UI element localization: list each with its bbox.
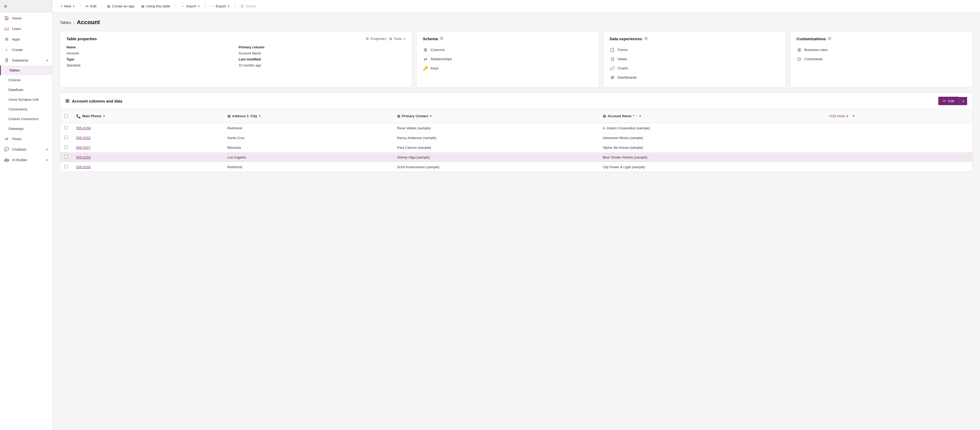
row-checkbox[interactable] — [64, 155, 68, 158]
checkbox-header — [60, 109, 72, 123]
primary-contact-header[interactable]: ⊞ Primary Contact ∨ — [393, 109, 598, 123]
columns-link[interactable]: ⊞ Columns — [423, 45, 592, 54]
views-icon: ⊡ — [609, 57, 615, 62]
schema-title: Schema — [423, 37, 438, 41]
phone-link[interactable]: 555-0154 — [76, 155, 91, 159]
phone-cell: 555-0158 — [72, 123, 223, 133]
phone-link[interactable]: 555-0152 — [76, 136, 91, 140]
plus-icon: + — [852, 113, 855, 119]
sidebar-item-dataflows[interactable]: Dataflows — [0, 85, 52, 95]
import-button[interactable]: ← Import ∨ — [178, 3, 202, 10]
account-cell: A. Datum Corporation (sample) — [598, 123, 824, 133]
primary-contact-col-header[interactable]: ⊞ Primary Contact ∨ — [397, 114, 594, 118]
sidebar-item-custom-connectors[interactable]: Custom Connectors — [0, 114, 52, 124]
export-button[interactable]: → Export ∨ — [208, 3, 232, 10]
edit-label: Edit — [91, 4, 96, 8]
more-columns-button[interactable]: +152 more ∨ — [829, 114, 849, 118]
required-star: * — [633, 114, 634, 118]
views-link[interactable]: ⊡ Views — [609, 54, 779, 64]
properties-grid: Name Primary column Account Account Name… — [67, 45, 406, 67]
sidebar-item-label: Choices — [8, 78, 21, 82]
data-exp-info-icon[interactable]: ⓘ — [644, 37, 648, 41]
keys-link[interactable]: 🔑 Keys — [423, 64, 592, 73]
charts-link[interactable]: 📈 Charts — [609, 64, 779, 73]
delete-button[interactable]: 🗑 Delete — [238, 3, 258, 10]
menu-button[interactable]: ≡ — [0, 0, 52, 13]
sort-icon: ∨ — [259, 114, 261, 118]
breadcrumb-tables-link[interactable]: Tables — [60, 20, 71, 25]
table-edit-button[interactable]: ✏ Edit — [938, 97, 959, 105]
sidebar-item-tables[interactable]: Tables — [0, 65, 52, 75]
row-checkbox[interactable] — [64, 165, 68, 168]
sidebar-item-chatbots[interactable]: 💬 Chatbots ∨ — [0, 144, 52, 154]
sort-asc-icon: ↑ — [636, 115, 638, 118]
main-phone-header[interactable]: 📞 Main Phone ∨ — [72, 109, 223, 123]
sidebar-item-choices[interactable]: Choices — [0, 75, 52, 85]
export-label: Export — [216, 4, 226, 8]
add-column-button[interactable]: + — [851, 112, 857, 120]
business-rules-link[interactable]: ⊞ Business rules — [797, 45, 966, 54]
sidebar-item-connections[interactable]: Connections — [0, 104, 52, 114]
dropdown-icon: ∨ — [404, 37, 406, 40]
city-cell: Redmond — [223, 162, 393, 172]
row-checkbox[interactable] — [64, 135, 68, 139]
extra-cell — [824, 162, 972, 172]
row-checkbox-cell — [60, 153, 72, 162]
edit-button[interactable]: ✏ Edit — [83, 3, 99, 10]
city-cell: Los Angeles — [223, 153, 393, 162]
row-checkbox[interactable] — [64, 126, 68, 129]
sidebar-item-learn[interactable]: 📖 Learn — [0, 23, 52, 34]
new-button[interactable]: + New ∨ — [58, 3, 78, 10]
create-app-button[interactable]: ⊞ Create an app — [105, 3, 137, 10]
phone-link[interactable]: 555-0158 — [76, 126, 91, 130]
data-section-header: ⊞ Account columns and data ✏ Edit ∨ — [60, 93, 972, 109]
account-name-header[interactable]: ⊞ Account Name * ↑ ∨ — [598, 109, 824, 123]
section-title-text: Account columns and data — [72, 99, 123, 103]
dataverse-icon: 🗄 — [4, 58, 9, 62]
sidebar-item-gateways[interactable]: Gateways — [0, 124, 52, 134]
tools-button[interactable]: ⊞ Tools ∨ — [389, 37, 405, 41]
forms-link[interactable]: 📋 Forms — [609, 45, 779, 54]
contact-cell: Sidney Higa (sample) — [393, 153, 598, 162]
sidebar-item-create[interactable]: + Create — [0, 45, 52, 55]
using-table-button[interactable]: ⊞ Using this table — [139, 3, 173, 10]
custom-info-icon[interactable]: ⓘ — [828, 37, 831, 41]
last-modified-label: Last modified — [239, 57, 405, 61]
sidebar-item-dataverse[interactable]: 🗄 Dataverse ∧ — [0, 55, 52, 65]
customizations-card: Customizations ⓘ ⊞ Business rules ⊡ Comm… — [790, 31, 973, 88]
schema-info-icon[interactable]: ⓘ — [440, 37, 443, 41]
city-cell: Missoula — [223, 143, 393, 153]
sidebar-item-home[interactable]: 🏠 Home — [0, 13, 52, 23]
ai-builder-icon: 🤖 — [4, 158, 9, 162]
schema-header: Schema ⓘ — [423, 37, 592, 41]
dropdown-icon: ∨ — [228, 5, 229, 8]
primary-column-label: Primary column — [239, 45, 405, 49]
data-exp-title: Data experiences — [609, 37, 642, 41]
select-all-checkbox[interactable] — [64, 114, 68, 118]
main-phone-col-header[interactable]: 📞 Main Phone ∨ — [76, 114, 219, 118]
dashboards-link[interactable]: ⊞ Dashboards — [609, 73, 779, 82]
sidebar-item-ai-builder[interactable]: 🤖 AI Builder ∨ — [0, 154, 52, 165]
columns-icon: ⊞ — [423, 47, 428, 52]
address-city-col-header[interactable]: ⊞ Address 1: City ∨ — [228, 114, 389, 118]
import-label: Import — [186, 4, 196, 8]
data-exp-header: Data experiences ⓘ — [609, 37, 779, 41]
app-icon: ⊞ — [107, 4, 110, 8]
relationships-link[interactable]: ⇄ Relationships — [423, 54, 592, 64]
commands-link[interactable]: ⊡ Commands — [797, 54, 966, 64]
sidebar-item-label: Flows — [12, 137, 21, 141]
sidebar-item-azure-synapse[interactable]: Azure Synapse Link — [0, 95, 52, 104]
properties-button[interactable]: ⚙ Properties — [366, 37, 386, 41]
address-city-header[interactable]: ⊞ Address 1: City ∨ — [223, 109, 393, 123]
edit-dropdown-button[interactable]: ∨ — [959, 97, 967, 105]
dropdown-icon: ∨ — [198, 5, 200, 8]
more-columns-header[interactable]: +152 more ∨ + — [824, 109, 972, 123]
sidebar-item-flows[interactable]: ⇄ Flows — [0, 134, 52, 144]
phone-link[interactable]: 555-0155 — [76, 165, 91, 169]
edit-btn-label: Edit — [948, 99, 954, 103]
row-checkbox[interactable] — [64, 145, 68, 149]
account-name-col-header[interactable]: ⊞ Account Name * ↑ ∨ — [603, 114, 820, 118]
sidebar-item-apps[interactable]: ⊞ Apps — [0, 34, 52, 45]
phone-link[interactable]: 555-0157 — [76, 146, 91, 150]
contact-cell: Paul Cannon (sample) — [393, 143, 598, 153]
